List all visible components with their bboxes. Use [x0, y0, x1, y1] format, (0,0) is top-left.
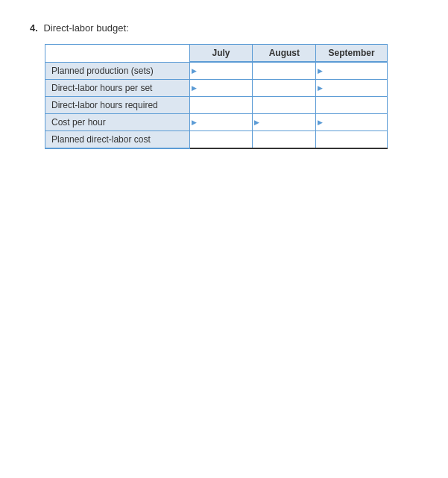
header-september: September — [316, 45, 388, 63]
row-label-planned-production: Planned production (sets) — [45, 62, 190, 79]
table-row: Direct-labor hours required — [45, 96, 388, 113]
cell-september[interactable] — [316, 113, 388, 130]
section-heading: 4. Direct-labor budget: — [30, 22, 418, 34]
section-title: Direct-labor budget: — [43, 22, 128, 34]
cell-august[interactable] — [253, 130, 316, 148]
header-july: July — [189, 45, 253, 63]
cell-august[interactable] — [253, 62, 316, 79]
cell-july[interactable] — [189, 96, 253, 113]
table-header-row: July August September — [45, 45, 388, 63]
row-label-hours-per-set: Direct-labor hours per set — [45, 79, 190, 96]
row-label-hours-required: Direct-labor hours required — [45, 96, 190, 113]
cell-september[interactable] — [316, 130, 388, 148]
table-row: Direct-labor hours per set — [45, 79, 388, 96]
cell-july[interactable] — [189, 130, 253, 148]
header-label — [45, 45, 190, 63]
cell-august[interactable] — [253, 79, 316, 96]
header-august: August — [253, 45, 316, 63]
cell-september[interactable] — [316, 96, 388, 113]
cell-july[interactable] — [189, 79, 253, 96]
row-label-cost-per-hour: Cost per hour — [45, 113, 190, 130]
table-row: Planned direct-labor cost — [45, 130, 388, 148]
cell-july[interactable] — [189, 113, 253, 130]
cell-september[interactable] — [316, 62, 388, 79]
cell-august[interactable] — [253, 96, 316, 113]
row-label-planned-labor-cost: Planned direct-labor cost — [45, 130, 190, 148]
cell-august[interactable] — [253, 113, 316, 130]
direct-labor-budget-table: July August September Planned production… — [45, 44, 388, 149]
cell-july[interactable] — [189, 62, 253, 79]
table-row: Cost per hour — [45, 113, 388, 130]
table-row: Planned production (sets) — [45, 62, 388, 79]
section-number: 4. — [30, 22, 38, 34]
cell-september[interactable] — [316, 79, 388, 96]
